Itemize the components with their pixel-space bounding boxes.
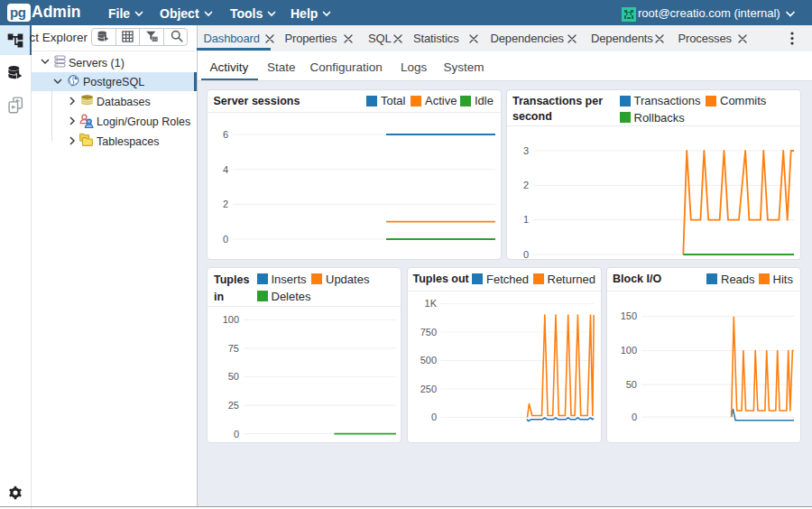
svg-text:50: 50 bbox=[625, 379, 636, 390]
svg-text:75: 75 bbox=[227, 343, 238, 354]
svg-text:4: 4 bbox=[222, 163, 227, 174]
svg-text:100: 100 bbox=[222, 314, 238, 325]
svg-text:250: 250 bbox=[420, 384, 437, 394]
svg-text:0: 0 bbox=[233, 429, 238, 440]
svg-text:1K: 1K bbox=[425, 298, 438, 309]
svg-text:100: 100 bbox=[620, 345, 636, 356]
svg-text:1: 1 bbox=[523, 214, 529, 225]
svg-text:50: 50 bbox=[227, 371, 238, 382]
svg-text:150: 150 bbox=[620, 310, 636, 321]
svg-text:2: 2 bbox=[222, 199, 227, 209]
svg-text:2: 2 bbox=[523, 180, 529, 190]
svg-text:0: 0 bbox=[431, 412, 437, 422]
svg-text:500: 500 bbox=[420, 355, 437, 366]
svg-text:0: 0 bbox=[631, 412, 636, 422]
svg-text:0: 0 bbox=[222, 233, 227, 244]
svg-text:750: 750 bbox=[420, 327, 437, 338]
svg-text:6: 6 bbox=[222, 128, 227, 139]
svg-text:0: 0 bbox=[523, 248, 529, 259]
svg-text:3: 3 bbox=[523, 144, 529, 155]
svg-text:25: 25 bbox=[227, 400, 238, 411]
